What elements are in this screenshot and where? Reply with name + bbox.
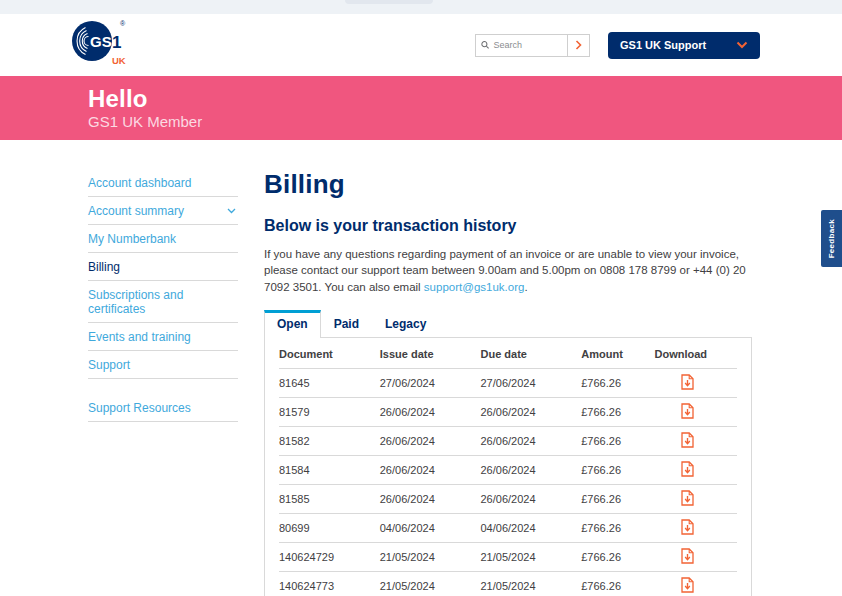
table-row: 81579 26/06/2024 26/06/2024 £766.26 bbox=[279, 397, 737, 426]
feedback-tab[interactable]: Feedback bbox=[821, 210, 842, 267]
column-header-issue-date: Issue date bbox=[380, 338, 481, 369]
download-invoice-button[interactable] bbox=[681, 431, 694, 451]
chevron-right-icon bbox=[575, 40, 582, 50]
page-title: Billing bbox=[264, 169, 752, 200]
document-cell: 81579 bbox=[279, 397, 380, 426]
table-row: 81582 26/06/2024 26/06/2024 £766.26 bbox=[279, 426, 737, 455]
due-date-cell: 26/06/2024 bbox=[481, 397, 582, 426]
sidebar-item-label: Subscriptions and certificates bbox=[88, 288, 236, 316]
download-invoice-button[interactable] bbox=[681, 373, 694, 393]
section-title: Below is your transaction history bbox=[264, 217, 752, 235]
document-cell: 81645 bbox=[279, 368, 380, 397]
intro-text-end: . bbox=[524, 281, 527, 293]
column-header-due-date: Due date bbox=[481, 338, 582, 369]
sidebar-item-account-summary[interactable]: Account summary bbox=[88, 197, 238, 225]
top-accent-strip bbox=[0, 0, 842, 14]
document-cell: 140624773 bbox=[279, 571, 380, 596]
sidebar-item-account-dashboard[interactable]: Account dashboard bbox=[88, 169, 238, 197]
gs1-uk-logo[interactable]: GS 1 ® UK bbox=[70, 18, 132, 72]
svg-text:1: 1 bbox=[112, 33, 121, 52]
transactions-panel: Document Issue date Due date Amount Down… bbox=[264, 337, 752, 596]
sidebar-item-label: My Numberbank bbox=[88, 232, 176, 246]
issue-date-cell: 21/05/2024 bbox=[380, 542, 481, 571]
search-submit-button[interactable] bbox=[567, 34, 590, 57]
billing-main: Billing Below is your transaction histor… bbox=[264, 169, 752, 596]
hero-greeting: Hello bbox=[88, 85, 842, 113]
tab-legacy[interactable]: Legacy bbox=[372, 311, 439, 337]
sidebar-item-label: Support bbox=[88, 358, 130, 372]
table-row: 140624729 21/05/2024 21/05/2024 £766.26 bbox=[279, 542, 737, 571]
due-date-cell: 26/06/2024 bbox=[481, 426, 582, 455]
intro-paragraph: If you have any questions regarding paym… bbox=[264, 246, 752, 295]
amount-cell: £766.26 bbox=[581, 484, 654, 513]
sidebar-item-label: Billing bbox=[88, 260, 120, 274]
feedback-tab-label: Feedback bbox=[827, 219, 836, 258]
download-file-icon bbox=[681, 403, 694, 419]
download-invoice-button[interactable] bbox=[681, 460, 694, 480]
sidebar-item-events-training[interactable]: Events and training bbox=[88, 323, 238, 351]
amount-cell: £766.26 bbox=[581, 542, 654, 571]
due-date-cell: 27/06/2024 bbox=[481, 368, 582, 397]
download-invoice-button[interactable] bbox=[681, 402, 694, 422]
issue-date-cell: 26/06/2024 bbox=[380, 397, 481, 426]
search-field bbox=[475, 34, 567, 57]
chevron-down-icon bbox=[227, 208, 236, 214]
download-file-icon bbox=[681, 519, 694, 535]
amount-cell: £766.26 bbox=[581, 455, 654, 484]
hero-banner: Hello GS1 UK Member bbox=[0, 76, 842, 140]
download-invoice-button[interactable] bbox=[681, 518, 694, 538]
issue-date-cell: 26/06/2024 bbox=[380, 455, 481, 484]
top-strip-notch bbox=[345, 0, 433, 4]
table-row: 140624773 21/05/2024 21/05/2024 £766.26 bbox=[279, 571, 737, 596]
gs1-logo-graphic: GS 1 ® UK bbox=[70, 18, 132, 68]
due-date-cell: 21/05/2024 bbox=[481, 571, 582, 596]
sidebar-group-divider bbox=[88, 379, 238, 394]
issue-date-cell: 04/06/2024 bbox=[380, 513, 481, 542]
due-date-cell: 26/06/2024 bbox=[481, 455, 582, 484]
site-header: GS 1 ® UK GS1 UK Support bbox=[0, 14, 842, 76]
search-icon bbox=[481, 40, 489, 50]
download-invoice-button[interactable] bbox=[681, 547, 694, 567]
download-file-icon bbox=[681, 432, 694, 448]
support-email-link[interactable]: support@gs1uk.org bbox=[424, 281, 525, 293]
header-actions: GS1 UK Support bbox=[475, 32, 760, 59]
sidebar-item-support-resources[interactable]: Support Resources bbox=[88, 394, 238, 422]
download-file-icon bbox=[681, 461, 694, 477]
due-date-cell: 04/06/2024 bbox=[481, 513, 582, 542]
sidebar-item-label: Support Resources bbox=[88, 401, 191, 415]
support-dropdown-button[interactable]: GS1 UK Support bbox=[608, 32, 760, 59]
document-cell: 80699 bbox=[279, 513, 380, 542]
issue-date-cell: 27/06/2024 bbox=[380, 368, 481, 397]
search-box bbox=[475, 34, 590, 57]
account-sidebar: Account dashboard Account summary My Num… bbox=[88, 169, 238, 596]
sidebar-item-subscriptions-certificates[interactable]: Subscriptions and certificates bbox=[88, 281, 238, 323]
sidebar-item-my-numberbank[interactable]: My Numberbank bbox=[88, 225, 238, 253]
download-file-icon bbox=[681, 577, 694, 593]
page-content: Account dashboard Account summary My Num… bbox=[0, 140, 842, 596]
transactions-table: Document Issue date Due date Amount Down… bbox=[279, 338, 737, 596]
column-header-download: Download bbox=[655, 338, 737, 369]
download-file-icon bbox=[681, 548, 694, 564]
download-invoice-button[interactable] bbox=[681, 489, 694, 509]
search-input[interactable] bbox=[493, 40, 562, 50]
due-date-cell: 21/05/2024 bbox=[481, 542, 582, 571]
tab-open[interactable]: Open bbox=[264, 310, 321, 338]
sidebar-item-billing[interactable]: Billing bbox=[88, 253, 238, 281]
download-invoice-button[interactable] bbox=[681, 576, 694, 596]
support-dropdown-label: GS1 UK Support bbox=[620, 39, 706, 51]
issue-date-cell: 21/05/2024 bbox=[380, 571, 481, 596]
due-date-cell: 26/06/2024 bbox=[481, 484, 582, 513]
download-file-icon bbox=[681, 490, 694, 506]
chevron-down-icon bbox=[736, 41, 748, 49]
amount-cell: £766.26 bbox=[581, 397, 654, 426]
document-cell: 140624729 bbox=[279, 542, 380, 571]
sidebar-item-label: Account summary bbox=[88, 204, 184, 218]
tab-paid[interactable]: Paid bbox=[321, 311, 372, 337]
sidebar-item-support[interactable]: Support bbox=[88, 351, 238, 379]
svg-text:®: ® bbox=[120, 20, 126, 27]
table-row: 81585 26/06/2024 26/06/2024 £766.26 bbox=[279, 484, 737, 513]
sidebar-item-label: Account dashboard bbox=[88, 176, 191, 190]
column-header-document: Document bbox=[279, 338, 380, 369]
svg-text:UK: UK bbox=[112, 55, 126, 66]
table-row: 80699 04/06/2024 04/06/2024 £766.26 bbox=[279, 513, 737, 542]
